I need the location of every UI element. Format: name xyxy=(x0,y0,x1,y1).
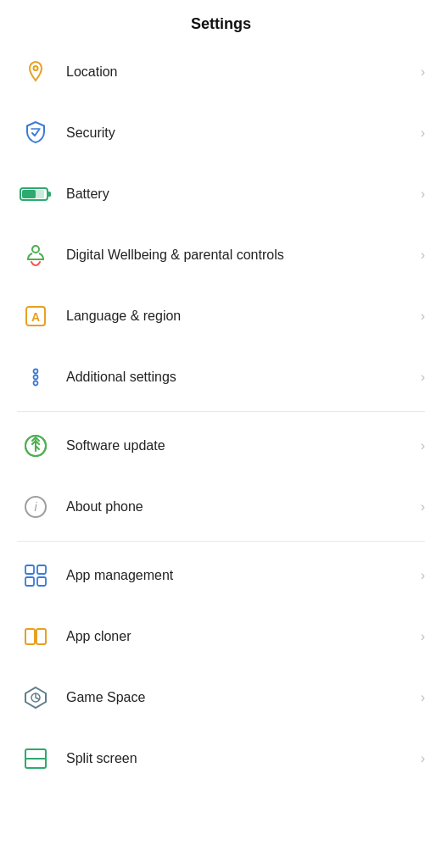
settings-item-split-screen[interactable]: Split screen › xyxy=(0,728,442,789)
wellbeing-icon xyxy=(17,242,54,268)
additional-icon xyxy=(17,365,54,389)
svg-rect-19 xyxy=(25,629,35,644)
update-icon xyxy=(17,433,54,459)
battery-icon xyxy=(17,186,54,203)
svg-rect-18 xyxy=(37,577,46,586)
svg-point-8 xyxy=(34,370,38,374)
svg-rect-16 xyxy=(37,565,46,574)
settings-item-game-space[interactable]: Game Space › xyxy=(0,667,442,728)
app-management-label: App management xyxy=(66,568,417,583)
chevron-icon: › xyxy=(421,64,425,80)
svg-point-9 xyxy=(34,376,38,380)
cloner-icon xyxy=(17,624,54,649)
settings-list-1: Location › Security › xyxy=(0,42,442,408)
settings-item-location[interactable]: Location › xyxy=(0,42,442,103)
split-screen-label: Split screen xyxy=(66,751,417,766)
chevron-icon: › xyxy=(421,568,425,583)
info-icon: i xyxy=(17,494,54,520)
chevron-icon: › xyxy=(421,690,425,705)
chevron-icon: › xyxy=(421,370,425,385)
chevron-icon: › xyxy=(421,248,425,263)
svg-point-5 xyxy=(32,246,39,253)
settings-item-language[interactable]: A Language & region › xyxy=(0,286,442,347)
chevron-icon: › xyxy=(421,499,425,515)
divider-1 xyxy=(17,411,425,412)
settings-item-battery[interactable]: Battery › xyxy=(0,164,442,225)
language-label: Language & region xyxy=(66,309,417,324)
security-label: Security xyxy=(66,125,417,141)
settings-item-software-update[interactable]: Software update › xyxy=(0,415,442,476)
svg-point-0 xyxy=(34,66,38,70)
about-phone-label: About phone xyxy=(66,499,417,515)
settings-item-additional[interactable]: Additional settings › xyxy=(0,347,442,408)
battery-label: Battery xyxy=(66,186,417,202)
svg-rect-4 xyxy=(22,190,36,198)
svg-rect-2 xyxy=(48,192,51,197)
apps-icon xyxy=(17,563,54,588)
chevron-icon: › xyxy=(421,186,425,202)
chevron-icon: › xyxy=(421,629,425,644)
svg-rect-17 xyxy=(25,577,34,586)
location-icon xyxy=(17,60,54,84)
game-space-label: Game Space xyxy=(66,690,417,705)
chevron-icon: › xyxy=(421,438,425,453)
settings-item-app-management[interactable]: App management › xyxy=(0,545,442,606)
chevron-icon: › xyxy=(421,751,425,766)
location-label: Location xyxy=(66,64,417,80)
svg-rect-20 xyxy=(36,629,46,644)
split-icon xyxy=(17,746,54,771)
settings-item-app-cloner[interactable]: App cloner › xyxy=(0,606,442,667)
chevron-icon: › xyxy=(421,309,425,324)
settings-list-3: App management › App cloner › xyxy=(0,545,442,789)
wellbeing-label: Digital Wellbeing & parental controls xyxy=(66,248,417,263)
settings-page: Settings Location › Security xyxy=(0,0,442,789)
settings-item-about-phone[interactable]: i About phone › xyxy=(0,476,442,537)
app-cloner-label: App cloner xyxy=(66,629,417,644)
software-update-label: Software update xyxy=(66,438,417,453)
svg-text:A: A xyxy=(31,310,40,324)
svg-point-10 xyxy=(34,381,38,386)
chevron-icon: › xyxy=(421,125,425,141)
additional-label: Additional settings xyxy=(66,370,417,385)
security-icon xyxy=(17,120,54,146)
settings-item-security[interactable]: Security › xyxy=(0,103,442,164)
settings-item-wellbeing[interactable]: Digital Wellbeing & parental controls › xyxy=(0,225,442,286)
divider-2 xyxy=(17,541,425,542)
svg-text:i: i xyxy=(34,500,37,514)
settings-list-2: Software update › i About phone › xyxy=(0,415,442,537)
svg-rect-15 xyxy=(25,565,34,574)
language-icon: A xyxy=(17,303,54,329)
page-header: Settings xyxy=(0,0,442,42)
game-icon xyxy=(17,685,54,710)
